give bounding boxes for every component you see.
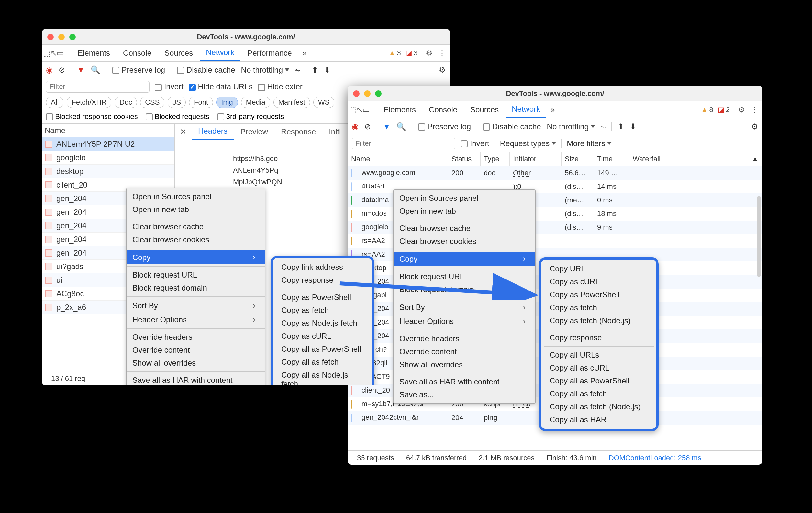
menu-item[interactable]: Clear browser cookies <box>394 235 535 248</box>
tab-network[interactable]: Network <box>506 101 546 118</box>
more-tabs-icon[interactable]: » <box>299 49 310 58</box>
throttling-select[interactable]: No throttling <box>547 122 595 131</box>
upload-icon[interactable]: ⬆ <box>617 122 624 131</box>
menu-item[interactable]: Sort By <box>126 299 265 313</box>
name-column-header[interactable]: Name <box>42 124 174 137</box>
table-row[interactable]: www.google.com200docOther56.6…149 … <box>348 166 762 180</box>
preserve-log[interactable]: Preserve log <box>418 122 471 131</box>
zoom-icon[interactable] <box>69 34 76 40</box>
gear-icon[interactable]: ⚙ <box>425 49 434 58</box>
type-filter-img[interactable]: Img <box>216 97 238 108</box>
invert-checkbox[interactable]: Invert <box>461 139 489 148</box>
tab-sources[interactable]: Sources <box>158 45 199 61</box>
close-icon[interactable] <box>353 90 359 97</box>
tab-elements[interactable]: Elements <box>378 101 422 118</box>
throttling-select[interactable]: No throttling <box>241 65 289 75</box>
menu-item[interactable]: Clear browser cache <box>394 222 535 235</box>
submenu-item[interactable]: Copy response <box>541 331 656 344</box>
tab-console[interactable]: Console <box>423 101 463 118</box>
scrollbar[interactable] <box>757 196 761 277</box>
col-time[interactable]: Time <box>594 152 630 166</box>
col-initiator[interactable]: Initiator <box>510 152 561 166</box>
tab-network[interactable]: Network <box>200 45 240 61</box>
type-filter-css[interactable]: CSS <box>140 97 165 108</box>
submenu-item[interactable]: Copy URL <box>541 262 656 275</box>
response-tab[interactable]: Response <box>274 124 322 140</box>
menu-item[interactable]: Block request domain <box>126 281 265 294</box>
submenu-item[interactable]: Copy as fetch <box>273 304 372 317</box>
preview-tab[interactable]: Preview <box>234 124 274 140</box>
third-party[interactable]: 3rd-party requests <box>217 112 284 121</box>
request-row[interactable]: googlelo <box>42 151 174 164</box>
menu-item[interactable]: Override content <box>394 345 535 358</box>
inspect-icon[interactable]: ⬚↖ <box>45 49 54 58</box>
type-filter-js[interactable]: JS <box>168 97 186 108</box>
kebab-icon[interactable]: ⋮ <box>750 105 759 114</box>
submenu-item[interactable]: Copy all as Node.js fetch <box>273 369 372 385</box>
submenu-item[interactable]: Copy all as HAR <box>541 413 656 426</box>
submenu-item[interactable]: Copy all as PowerShell <box>541 374 656 387</box>
wifi-icon[interactable]: ⏦ <box>601 122 606 131</box>
blocked-requests[interactable]: Blocked requests <box>146 112 209 121</box>
kebab-icon[interactable]: ⋮ <box>438 49 446 58</box>
filter-icon[interactable]: ▼ <box>383 122 390 131</box>
errors-badge[interactable]: ◪2 <box>718 106 730 114</box>
search-icon[interactable]: 🔍 <box>397 122 406 131</box>
download-icon[interactable]: ⬇ <box>630 122 636 131</box>
submenu-item[interactable]: Copy all as PowerShell <box>273 343 372 356</box>
more-filters[interactable]: More filters <box>567 139 612 148</box>
minimize-icon[interactable] <box>58 34 65 40</box>
gear-icon[interactable]: ⚙ <box>737 105 746 114</box>
submenu-item[interactable]: Copy all as fetch (Node.js) <box>541 400 656 413</box>
type-filter-ws[interactable]: WS <box>313 97 334 108</box>
warnings-badge[interactable]: ▲8 <box>701 106 713 114</box>
filter-icon[interactable]: ▼ <box>77 65 85 75</box>
submenu-item[interactable]: Copy as Node.js fetch <box>273 317 372 330</box>
zoom-icon[interactable] <box>375 90 382 97</box>
disable-cache[interactable]: Disable cache <box>177 65 235 75</box>
errors-badge[interactable]: ◪3 <box>406 49 417 57</box>
menu-item[interactable]: Show all overrides <box>126 357 265 370</box>
hide-extensions[interactable]: Hide exter <box>258 82 302 91</box>
menu-item[interactable]: Open in Sources panel <box>394 192 535 205</box>
menu-item[interactable]: Header Options <box>126 313 265 326</box>
inspect-icon[interactable]: ⬚↖ <box>351 105 360 114</box>
request-row[interactable]: desktop <box>42 164 174 178</box>
minimize-icon[interactable] <box>364 90 371 97</box>
menu-item[interactable]: Override headers <box>126 331 265 344</box>
submenu-item[interactable]: Copy all as fetch <box>273 356 372 369</box>
submenu-item[interactable]: Copy as cURL <box>273 330 372 343</box>
type-filter-manifest[interactable]: Manifest <box>273 97 310 108</box>
gear-icon[interactable]: ⚙ <box>751 122 758 131</box>
more-tabs-icon[interactable]: » <box>547 105 558 114</box>
menu-item[interactable]: Open in new tab <box>394 205 535 218</box>
type-filter-all[interactable]: All <box>46 97 63 108</box>
tab-console[interactable]: Console <box>117 45 157 61</box>
record-icon[interactable]: ◉ <box>352 122 358 131</box>
menu-item[interactable]: Copy <box>126 250 265 264</box>
menu-item[interactable]: Header Options <box>394 314 535 328</box>
headers-tab[interactable]: Headers <box>192 124 234 140</box>
tab-sources[interactable]: Sources <box>464 101 504 118</box>
preserve-log[interactable]: Preserve log <box>112 65 165 75</box>
filter-input[interactable] <box>46 81 149 92</box>
menu-item[interactable]: Block request URL <box>126 269 265 281</box>
menu-item[interactable]: Override content <box>126 344 265 357</box>
submenu-item[interactable]: Copy all as cURL <box>541 361 656 374</box>
submenu-item[interactable]: Copy as PowerShell <box>541 288 656 301</box>
menu-item[interactable]: Override headers <box>394 332 535 345</box>
col-name[interactable]: Name <box>348 152 448 166</box>
type-filter-font[interactable]: Font <box>189 97 213 108</box>
type-filter-doc[interactable]: Doc <box>115 97 137 108</box>
warnings-badge[interactable]: ▲3 <box>389 49 401 57</box>
menu-item[interactable]: Open in new tab <box>126 203 265 216</box>
wifi-icon[interactable]: ⏦ <box>295 65 300 75</box>
col-waterfall[interactable]: Waterfall▲ <box>630 152 762 166</box>
device-icon[interactable]: ▭ <box>56 49 65 58</box>
hide-data-urls[interactable]: Hide data URLs <box>189 82 253 91</box>
menu-item[interactable]: Show all overrides <box>394 358 535 371</box>
col-size[interactable]: Size <box>561 152 594 166</box>
clear-icon[interactable]: ⊘ <box>365 122 371 131</box>
menu-item[interactable]: Save as... <box>394 388 535 401</box>
tab-performance[interactable]: Performance <box>241 45 297 61</box>
